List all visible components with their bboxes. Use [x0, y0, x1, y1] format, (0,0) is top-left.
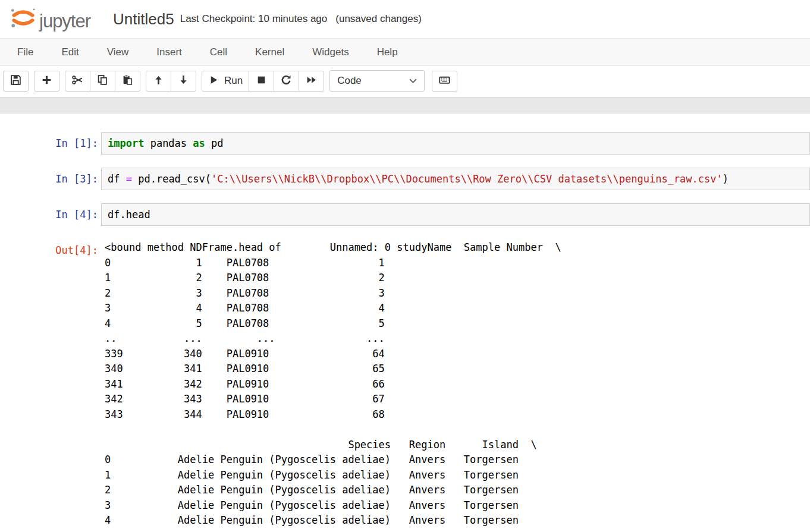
save-icon: [10, 74, 21, 88]
code-token: 'C:\\Users\\NickB\\Dropbox\\PC\\Document…: [211, 173, 723, 185]
header-shadow-strip: [0, 97, 810, 114]
menu-bar: File Edit View Insert Cell Kernel Widget…: [0, 38, 810, 66]
add-cell-button[interactable]: [34, 71, 59, 92]
plus-icon: [41, 74, 52, 88]
menu-file[interactable]: File: [7, 40, 43, 64]
cell-type-select[interactable]: Code: [329, 70, 425, 92]
jupyter-logo-word: jupyter: [39, 11, 90, 32]
insert-group: [34, 71, 59, 92]
menu-edit[interactable]: Edit: [51, 40, 89, 64]
menu-view[interactable]: View: [97, 40, 139, 64]
app-header: jupyter Untitled5 Last Checkpoint: 10 mi…: [0, 0, 810, 38]
save-button[interactable]: [3, 71, 29, 92]
code-token: pandas: [144, 137, 193, 149]
palette-group: [432, 71, 457, 92]
arrow-down-icon: [178, 74, 189, 88]
cell-type-selected-value: Code: [337, 75, 362, 87]
code-token: pd: [205, 137, 224, 149]
keyboard-icon: [439, 74, 450, 88]
code-token: pd.read_csv(: [132, 173, 211, 185]
notebook-area: In [1]: import pandas as pd In [3]: df =…: [0, 114, 810, 528]
paste-icon: [122, 74, 133, 88]
output-area: <bound method NDFrame.head of Unnamed: 0…: [101, 239, 810, 528]
move-down-button[interactable]: [171, 71, 196, 92]
play-icon: [208, 74, 219, 88]
menu-insert[interactable]: Insert: [146, 40, 192, 64]
code-cell-1: In [1]: import pandas as pd: [0, 132, 810, 155]
restart-kernel-button[interactable]: [274, 71, 299, 92]
edit-group: [65, 71, 140, 92]
code-line: df.head: [108, 209, 803, 221]
code-input[interactable]: df = pd.read_csv('C:\\Users\\NickB\\Drop…: [101, 168, 810, 190]
code-token: =: [126, 173, 132, 185]
scissors-icon: [72, 74, 83, 88]
jupyter-logo-icon: [10, 6, 37, 32]
run-button-label: Run: [224, 75, 243, 87]
checkpoint-status: Last Checkpoint: 10 minutes ago: [180, 13, 328, 25]
jupyter-logo[interactable]: jupyter: [10, 6, 90, 32]
paste-cell-button[interactable]: [115, 71, 140, 92]
cut-cell-button[interactable]: [65, 71, 90, 92]
code-line: import pandas as pd: [108, 137, 803, 149]
code-line: df = pd.read_csv('C:\\Users\\NickB\\Drop…: [108, 173, 803, 185]
stop-icon: [256, 74, 267, 88]
arrow-up-icon: [153, 74, 164, 88]
output-cell-4: Out[4]: <bound method NDFrame.head of Un…: [0, 239, 810, 528]
fast-forward-icon: [306, 74, 317, 88]
output-text: <bound method NDFrame.head of Unnamed: 0…: [105, 240, 810, 528]
menu-cell[interactable]: Cell: [200, 40, 237, 64]
code-token: ): [723, 173, 729, 185]
command-palette-button[interactable]: [432, 71, 457, 92]
code-token: as: [193, 137, 205, 149]
chevron-down-icon: [409, 75, 417, 86]
toolbar: Run Code: [0, 66, 810, 97]
input-prompt: In [4]:: [0, 203, 101, 226]
code-token: import: [108, 137, 144, 149]
move-up-button[interactable]: [146, 71, 171, 92]
copy-icon: [97, 74, 108, 88]
menu-help[interactable]: Help: [367, 40, 408, 64]
code-token: df.head: [108, 209, 150, 221]
interrupt-kernel-button[interactable]: [249, 71, 274, 92]
save-group: [3, 71, 29, 92]
copy-cell-button[interactable]: [90, 71, 115, 92]
code-input[interactable]: df.head: [101, 203, 810, 226]
code-cell-3: In [4]: df.head: [0, 203, 810, 226]
restart-run-all-button[interactable]: [299, 71, 324, 92]
autosave-status: (unsaved changes): [335, 13, 422, 25]
code-token: df: [108, 173, 126, 185]
notebook-title[interactable]: Untitled5: [113, 10, 174, 29]
output-prompt: Out[4]:: [0, 239, 101, 528]
code-input[interactable]: import pandas as pd: [101, 132, 810, 155]
run-button[interactable]: Run: [202, 71, 249, 92]
menu-kernel[interactable]: Kernel: [245, 40, 294, 64]
input-prompt: In [1]:: [0, 132, 101, 155]
code-cell-2: In [3]: df = pd.read_csv('C:\\Users\\Nic…: [0, 168, 810, 190]
input-prompt: In [3]:: [0, 168, 101, 190]
restart-icon: [281, 74, 292, 88]
menu-widgets[interactable]: Widgets: [302, 40, 359, 64]
run-group: Run: [202, 71, 324, 92]
move-group: [146, 71, 196, 92]
